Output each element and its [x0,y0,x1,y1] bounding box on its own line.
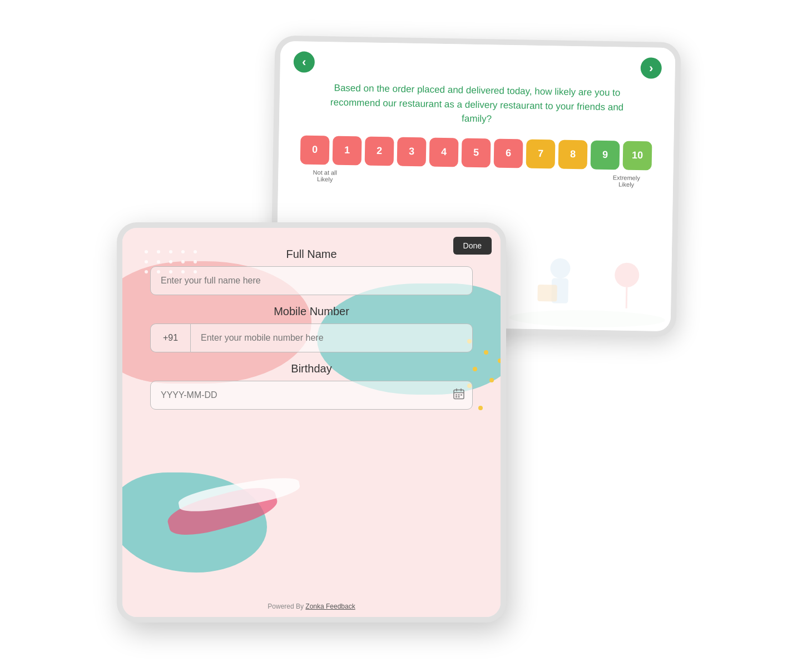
birthday-input[interactable] [150,381,473,410]
navigation-row [294,51,662,79]
birthday-label: Birthday [150,362,473,375]
nps-btn-0[interactable]: 0 [300,135,330,165]
nps-question: Based on the order placed and delivered … [315,81,638,129]
nps-btn-3[interactable]: 3 [397,137,427,166]
form-content: Full Name Mobile Number +91 Birthday [122,228,501,421]
nps-btn-6[interactable]: 6 [494,138,523,168]
front-tablet: Done Full Name Mobile Number +91 [117,222,506,623]
nps-scale: 0 1 2 3 4 5 6 7 8 9 10 [292,135,661,171]
chevron-right-icon [649,62,653,74]
done-button[interactable]: Done [453,237,492,255]
svg-rect-10 [458,395,460,396]
powered-by: Powered By Zonka Feedback [268,603,355,610]
svg-rect-4 [537,285,557,302]
full-name-input[interactable] [150,266,473,295]
tablet-front-home-button [505,412,506,432]
svg-point-2 [550,258,571,278]
full-name-label: Full Name [150,248,473,261]
tablet-side-button [117,376,121,392]
phone-prefix: +91 [150,323,190,352]
prev-button[interactable] [294,51,315,73]
mobile-number-label: Mobile Number [150,305,473,318]
tablet-back-home-button [677,180,681,200]
nps-btn-10[interactable]: 10 [623,141,652,170]
nps-btn-8[interactable]: 8 [558,140,588,169]
nps-btn-7[interactable]: 7 [526,139,556,168]
calendar-icon[interactable] [453,388,465,403]
svg-rect-13 [458,396,460,397]
chevron-left-icon [302,56,306,68]
svg-rect-9 [455,395,457,396]
powered-by-text: Powered By [268,603,305,610]
nps-label-right: Extremely Likely [607,174,646,188]
nps-btn-5[interactable]: 5 [462,138,491,167]
svg-point-1 [615,262,640,287]
nps-btn-1[interactable]: 1 [333,136,362,165]
phone-row: +91 [150,323,473,352]
nps-btn-9[interactable]: 9 [591,140,620,170]
nps-label-left: Not at all Likely [305,168,344,182]
mobile-number-input[interactable] [190,323,473,352]
powered-by-link[interactable]: Zonka Feedback [305,603,355,610]
mobile-number-field-group: Mobile Number +91 [150,305,473,352]
full-name-field-group: Full Name [150,248,473,295]
birthday-field-group: Birthday [150,362,473,410]
svg-point-0 [509,309,665,328]
svg-rect-11 [461,395,462,396]
next-button[interactable] [640,57,662,79]
nps-labels-row: Not at all Likely Extremely Likely [303,168,648,188]
svg-rect-12 [455,396,457,397]
nps-btn-2[interactable]: 2 [365,136,394,166]
date-row [150,381,473,410]
nps-btn-4[interactable]: 4 [429,137,459,167]
form-screen: Done Full Name Mobile Number +91 [122,228,501,617]
delivery-illustration [504,240,672,331]
